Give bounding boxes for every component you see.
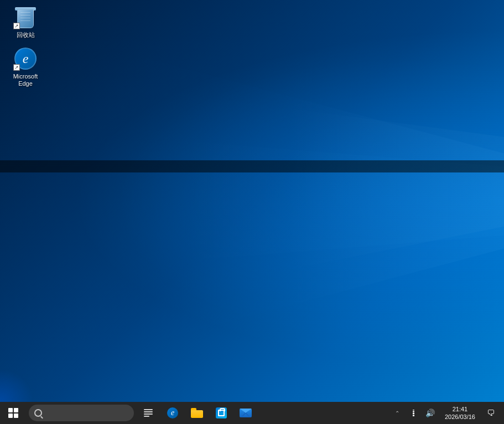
taskbar-file-explorer[interactable] — [185, 402, 209, 424]
world-overlay — [0, 0, 504, 402]
win-square-br — [14, 413, 18, 418]
taskbar-edge[interactable]: e — [160, 402, 185, 424]
shortcut-arrow-edge: ↗ — [13, 64, 20, 71]
win-square-tl — [8, 408, 13, 412]
volume-icon: 🔊 — [425, 409, 435, 417]
folder-icon — [191, 408, 203, 418]
notification-button[interactable]: 🗨 — [482, 402, 500, 424]
edge-image: e ↗ — [13, 46, 38, 71]
clock-area[interactable]: 21:41 2026/03/16 — [439, 402, 481, 424]
clock-date: 2026/03/16 — [445, 413, 475, 421]
network-icon — [409, 410, 418, 416]
net-bar-4 — [413, 415, 414, 416]
tv-bar-3 — [144, 413, 153, 415]
net-bar-3 — [413, 412, 414, 414]
net-bar-1 — [413, 410, 414, 410]
mail-flap — [240, 409, 252, 413]
show-hidden-icons-button[interactable]: ⌃ — [389, 402, 405, 424]
taskbar-mail[interactable] — [233, 402, 258, 424]
taskbar-task-view[interactable] — [136, 402, 160, 424]
desktop-icon-recycle-bin[interactable]: ↗ 回收站 — [6, 3, 45, 41]
shortcut-arrow-recycle: ↗ — [13, 23, 20, 29]
network-icon-button[interactable] — [406, 402, 422, 424]
store-icon — [216, 407, 227, 418]
folder-body — [191, 410, 203, 418]
edge-taskbar-icon: e — [167, 407, 178, 418]
windows-logo — [8, 408, 18, 418]
desktop-icon-edge[interactable]: e ↗ Microsoft Edge — [6, 44, 45, 90]
search-box[interactable] — [29, 405, 134, 421]
task-view-icon — [144, 409, 153, 417]
clock-time: 21:41 — [453, 405, 468, 413]
tv-bar-1 — [144, 409, 153, 410]
win-square-bl — [8, 413, 13, 418]
store-bag — [218, 410, 225, 416]
recycle-bin-image: ↗ — [13, 5, 38, 29]
volume-button[interactable]: 🔊 — [423, 402, 438, 424]
taskbar-store[interactable] — [209, 402, 233, 424]
mail-icon — [240, 409, 252, 417]
net-bar-2 — [413, 411, 414, 412]
taskbar: e ⌃ — [0, 402, 504, 424]
tv-bar-4 — [144, 416, 149, 417]
system-tray: ⌃ 🔊 21:41 2026/03/16 🗨 — [389, 402, 504, 424]
recycle-bin-label: 回收站 — [17, 32, 35, 39]
search-icon — [34, 409, 42, 417]
start-button[interactable] — [0, 402, 27, 424]
win-square-tr — [14, 408, 18, 412]
tv-bar-2 — [144, 411, 153, 412]
edge-label: Microsoft Edge — [8, 73, 43, 87]
edge-letter: e — [23, 52, 29, 65]
chevron-up-icon: ⌃ — [395, 410, 399, 416]
desktop: ↗ 回收站 e ↗ Microsoft Edge — [0, 0, 504, 402]
notification-icon: 🗨 — [487, 409, 495, 417]
edge-tb-letter: e — [171, 409, 174, 417]
